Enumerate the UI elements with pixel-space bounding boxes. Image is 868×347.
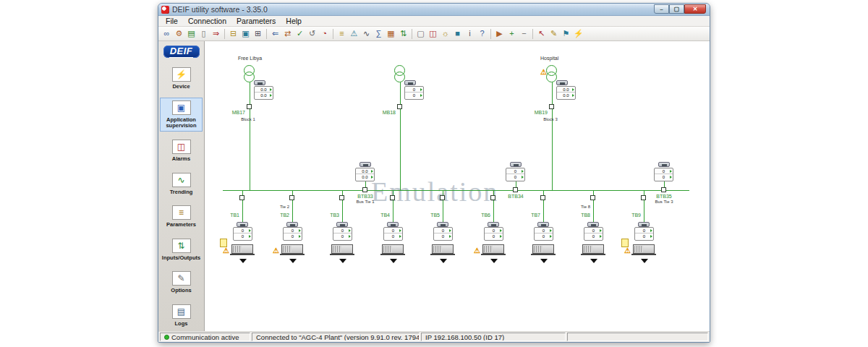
counters-icon[interactable]: ∑ [373,27,385,40]
btb34-breaker-icon[interactable] [513,187,518,192]
sidebar-item-application-supervision[interactable]: ▣ Application supervision [160,98,203,132]
undo-icon[interactable]: ↺ [306,27,318,40]
pointer-icon[interactable]: ↖ [535,27,548,40]
btb33-breaker-icon[interactable] [362,187,367,192]
tb5-breaker-icon[interactable] [440,195,445,200]
export-icon[interactable]: ⇒ [210,27,222,40]
menu-file[interactable]: File [161,16,183,26]
tb9-breaker-icon[interactable] [641,195,646,200]
tb8-breaker-icon[interactable] [590,195,595,200]
zoom-out-icon[interactable]: − [518,27,530,40]
trending-icon[interactable]: ∿ [360,27,373,40]
menu-help[interactable]: Help [281,16,307,26]
agc-unit-icon[interactable] [488,222,499,227]
open-file-icon[interactable]: ⊟ [227,27,239,40]
sidebar-item-label: Trending [161,189,202,196]
apply-icon[interactable]: ✓ [294,27,306,40]
sidebar-item-inputs-outputs[interactable]: ⇅ Inputs/Outputs [160,236,203,264]
agc-unit-icon[interactable] [437,222,448,227]
emulation-run-icon[interactable]: ▶ [493,27,506,40]
read-from-device-icon[interactable]: ⇐ [269,27,281,40]
lamp-test-icon[interactable]: ☼ [439,27,451,40]
tb1-breaker-icon[interactable] [239,195,244,200]
readout-value: 0 [584,234,603,239]
statusbar-spacer [567,333,708,341]
grid-view-icon[interactable]: ▦ [385,27,397,40]
print-preview-icon[interactable]: ▯ [197,27,210,40]
breaker-label: TB1 [222,213,239,218]
agc-unit-icon[interactable] [658,162,670,167]
agc-unit-icon[interactable] [638,222,650,227]
agc-unit-icon[interactable] [404,80,416,85]
edit-icon[interactable]: ✎ [548,27,560,40]
stop-icon[interactable]: ■ [451,27,464,40]
sidebar-item-trending[interactable]: ∿ Trending [160,170,203,198]
minimize-button[interactable]: – [654,4,669,14]
agc-unit-icon[interactable] [587,222,599,227]
save-all-icon[interactable]: ⊞ [252,27,264,40]
agc-unit-icon[interactable] [556,80,568,85]
communication-status-text: Communication active [171,333,239,341]
split-view-icon[interactable]: ◫ [427,27,439,40]
mb18-breaker-icon[interactable] [397,104,402,109]
options-icon: ✎ [172,271,191,286]
agc-unit-icon[interactable] [537,222,549,227]
readout-value: 0 [284,234,302,239]
tb3-breaker-icon[interactable] [339,195,344,200]
print-icon[interactable]: ▤ [185,27,197,40]
genset-icon [331,244,353,254]
readout-value: 0 [234,234,252,239]
device-icon: ⚡ [172,67,191,82]
toolbar-separator [490,29,491,39]
sidebar-item-device[interactable]: ⚡ Device [160,64,203,93]
menu-connection[interactable]: Connection [183,16,231,26]
sidebar: DEIF ⚡ Device ▣ Application supervision … [158,41,205,331]
agc-unit-icon[interactable] [336,222,348,227]
btb35-breaker-icon[interactable] [661,187,666,192]
window-layout-icon[interactable]: ▢ [414,27,427,40]
write-to-device-icon[interactable]: ⇄ [281,27,294,40]
agc-unit-icon[interactable] [359,162,371,167]
load-arrow-icon [490,259,498,263]
agc-unit-icon[interactable] [387,222,399,227]
toolbar-separator [224,29,225,39]
flag-icon[interactable]: ⚑ [560,27,572,40]
mb19-breaker-icon[interactable] [549,104,554,109]
warning-icon: ⚠ [223,247,229,254]
window-titlebar[interactable]: DEIF utility software - 3.35.0 – ▢ ✕ [158,4,710,16]
agc-unit-icon[interactable] [510,162,522,167]
mb17-breaker-icon[interactable] [247,104,252,109]
breaker-label: TB8 [573,213,590,218]
sidebar-item-parameters[interactable]: ≡ Parameters [160,202,203,231]
parameters-list-icon[interactable]: ≡ [336,27,348,40]
app-icon [161,6,169,14]
close-button[interactable]: ✕ [684,4,706,14]
io-status-icon[interactable]: ⇅ [397,27,409,40]
tb7-breaker-icon[interactable] [540,195,545,200]
tb6-breaker-icon[interactable] [490,195,495,200]
lightning-icon[interactable]: ⚡ [572,27,584,40]
load-arrow-icon [390,259,397,263]
menu-parameters[interactable]: Parameters [231,16,281,26]
sidebar-item-options[interactable]: ✎ Options [160,268,203,296]
save-icon[interactable]: ▣ [239,27,252,40]
sidebar-item-label: Device [161,84,202,90]
readout-box: 0 0 [233,227,252,241]
readout-value: 0 [234,228,252,234]
clock-sync-icon[interactable]: ◔ [318,27,331,40]
info-icon[interactable]: i [464,27,476,40]
tb4-breaker-icon[interactable] [390,195,395,200]
alarm-list-icon[interactable]: ⚠ [348,27,360,40]
connect-device-icon[interactable]: ∞ [161,27,173,40]
trending-icon: ∿ [172,173,191,187]
zoom-in-icon[interactable]: + [506,27,518,40]
tb2-breaker-icon[interactable] [289,195,294,200]
sidebar-item-logs[interactable]: ▤ Logs [160,301,203,330]
agc-unit-icon[interactable] [237,222,248,227]
device-settings-icon[interactable]: ⚙ [173,27,185,40]
help-icon[interactable]: ? [476,27,488,40]
agc-unit-icon[interactable] [254,80,265,85]
sidebar-item-alarms[interactable]: ◫ Alarms [160,137,203,165]
agc-unit-icon[interactable] [286,222,298,227]
maximize-button[interactable]: ▢ [669,4,684,14]
